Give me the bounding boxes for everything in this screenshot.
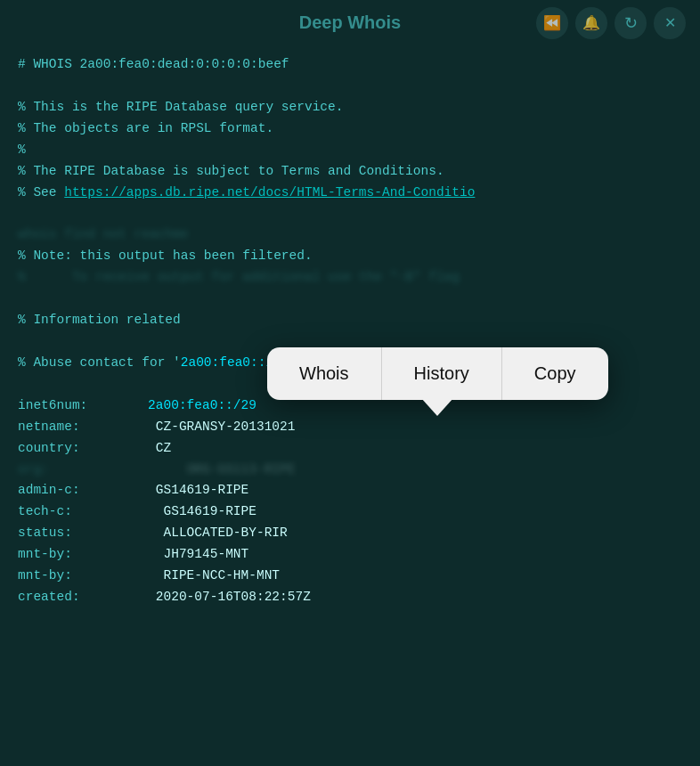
header: Deep Whois ⏪ 🔔 ↻ ✕ (0, 0, 700, 45)
line-blurred-1: whois find not reachme (18, 224, 682, 246)
bell-icon: 🔔 (582, 14, 600, 31)
record-mntby-2: mnt-by: RIPE-NCC-HM-MNT (18, 566, 682, 587)
terms-link[interactable]: https://apps.db.ripe.net/docs/HTML-Terms… (64, 185, 475, 200)
line-5: % (18, 140, 682, 161)
notification-button[interactable]: 🔔 (575, 7, 607, 39)
line-blurred-2: % To receive output for additional use t… (18, 267, 682, 289)
line-empty-1 (18, 76, 682, 97)
line-3: % This is the RIPE Database query servic… (18, 97, 682, 118)
record-status: status: ALLOCATED-BY-RIR (18, 523, 682, 544)
context-menu-copy[interactable]: Copy (502, 347, 608, 400)
record-country: country: CZ (18, 438, 682, 460)
record-mntby-1: mnt-by: JH79145-MNT (18, 544, 682, 566)
app-title: Deep Whois (299, 12, 401, 33)
context-menu: Whois History Copy (267, 347, 608, 400)
refresh-icon: ↻ (624, 13, 638, 33)
context-menu-whois[interactable]: Whois (267, 347, 382, 400)
close-button[interactable]: ✕ (654, 7, 686, 39)
line-6: % The RIPE Database is subject to Terms … (18, 161, 682, 183)
line-4: % The objects are in RPSL format. (18, 118, 682, 140)
line-empty-3 (18, 289, 682, 310)
record-org: org: ORG-GS113-RIPE (18, 460, 682, 481)
line-note: % Note: this output has been filtered. (18, 246, 682, 267)
record-tech-c: tech-c: GS14619-RIPE (18, 501, 682, 523)
line-info: % Information related (18, 310, 682, 331)
context-menu-history[interactable]: History (382, 347, 502, 400)
record-netname: netname: CZ-GRANSY-20131021 (18, 417, 682, 438)
back-icon: ⏪ (543, 14, 561, 31)
record-created: created: 2020-07-16T08:22:57Z (18, 587, 682, 608)
line-1: # WHOIS 2a00:fea0:dead:0:0:0:0:beef (18, 54, 682, 76)
record-admin-c: admin-c: GS14619-RIPE (18, 480, 682, 501)
header-controls: ⏪ 🔔 ↻ ✕ (536, 7, 686, 39)
refresh-button[interactable]: ↻ (615, 7, 647, 39)
line-empty-2 (18, 203, 682, 224)
back-button[interactable]: ⏪ (536, 7, 568, 39)
close-icon: ✕ (664, 14, 676, 31)
line-7: % See https://apps.db.ripe.net/docs/HTML… (18, 183, 682, 204)
